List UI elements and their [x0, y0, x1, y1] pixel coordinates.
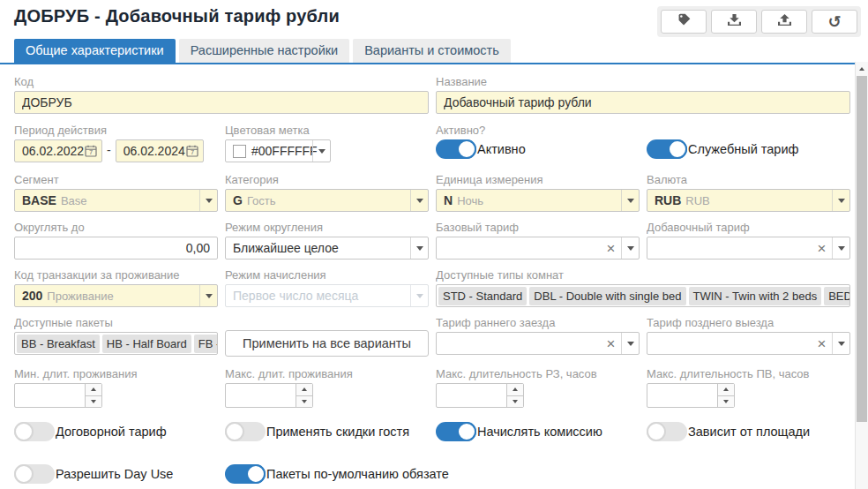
tab-general[interactable]: Общие характеристики [14, 39, 176, 63]
spinner-down-icon[interactable] [296, 396, 312, 408]
toggle-track[interactable] [225, 422, 266, 441]
spinner-down-icon[interactable] [718, 396, 734, 408]
spinner-up-icon[interactable] [718, 384, 734, 396]
download-icon [727, 13, 742, 30]
round-to-input[interactable] [14, 237, 218, 260]
contract-tariff-label: Договорной тариф [56, 425, 167, 439]
apply-all-variants-button[interactable]: Применить на все варианты [225, 330, 429, 357]
early-checkin-combo[interactable]: × [436, 332, 640, 355]
chevron-down-icon[interactable] [621, 190, 639, 211]
segment-label: Сегмент [14, 173, 218, 186]
toggle-track[interactable] [225, 464, 266, 484]
round-mode-select[interactable]: Ближайшее целое [225, 237, 429, 260]
min-stay-spinner[interactable] [14, 383, 102, 408]
page-title: ДОБРУБ - Добавочный тариф рубли [14, 6, 340, 26]
chevron-down-icon[interactable] [832, 333, 849, 354]
chevron-down-icon[interactable] [621, 237, 639, 259]
period-from-value: 06.02.2022 [22, 144, 84, 158]
scrollbar-thumb[interactable] [857, 76, 867, 422]
round-to-field: Округлять до [14, 221, 218, 260]
transaction-code-select[interactable]: 200 Проживание [14, 284, 218, 307]
max-late-hours-spinner[interactable] [647, 383, 735, 408]
area-dependent-toggle[interactable]: Зависит от площади [647, 422, 850, 441]
package-tag[interactable]: HB - Half Board [102, 335, 191, 353]
chevron-down-icon[interactable] [832, 190, 849, 211]
package-tag[interactable]: FB - [194, 335, 218, 353]
clear-icon[interactable]: × [812, 237, 832, 259]
segment-field: Сегмент BASE Base [14, 173, 218, 212]
spinner-up-icon[interactable] [296, 384, 312, 396]
toggle-knob [14, 422, 34, 441]
toggle-knob [225, 422, 244, 441]
tab-advanced[interactable]: Расширенные настройки [179, 39, 350, 63]
code-input[interactable] [14, 91, 429, 114]
toolbar: ↺ [657, 6, 861, 37]
toggle-track[interactable] [436, 139, 476, 159]
name-input[interactable] [436, 91, 850, 114]
color-swatch [233, 145, 246, 158]
contract-tariff-toggle[interactable]: Договорной тариф [14, 422, 218, 441]
tag-button[interactable] [661, 10, 707, 34]
tab-variants[interactable]: Варианты и стоимость [353, 39, 511, 63]
download-button[interactable] [711, 10, 757, 34]
active-toggle[interactable]: Активно [436, 139, 640, 159]
commission-toggle[interactable]: Начислять комиссию [436, 422, 640, 441]
max-late-hours-label: Макс. длительность ПВ, часов [647, 367, 850, 380]
day-use-toggle[interactable]: Разрешить Day Use [14, 464, 218, 484]
room-type-tag[interactable]: DBL - Double with single bed [529, 287, 685, 305]
unit-select[interactable]: N Ночь [436, 189, 640, 212]
addon-tariff-combo[interactable]: × [647, 237, 850, 260]
chevron-down-icon [410, 285, 428, 306]
svg-text:7: 7 [89, 148, 93, 156]
toggle-track[interactable] [14, 464, 55, 484]
segment-select[interactable]: BASE Base [14, 189, 218, 212]
room-type-tag[interactable]: TWIN - Twin with 2 beds [689, 287, 822, 305]
toggle-track[interactable] [436, 422, 476, 441]
spinner-down-icon[interactable] [86, 396, 101, 408]
service-tariff-toggle[interactable]: Служебный тариф [647, 139, 850, 159]
round-to-label: Округлять до [14, 221, 218, 234]
color-tag-select[interactable]: #00FFFFFF [225, 139, 331, 162]
min-stay-field: Мин. длит. проживания [14, 367, 218, 408]
clear-icon[interactable]: × [601, 333, 621, 354]
chevron-down-icon[interactable] [832, 237, 849, 259]
toggle-track[interactable] [647, 139, 687, 159]
spinner-up-icon[interactable] [86, 384, 101, 396]
late-checkout-combo[interactable]: × [647, 332, 850, 355]
toggle-track[interactable] [647, 422, 687, 441]
spinner-down-icon[interactable] [507, 396, 523, 408]
guest-discounts-label: Применять скидки гостя [266, 425, 409, 439]
period-to-input[interactable]: 06.02.2024 7 [116, 139, 204, 162]
toggle-track[interactable] [14, 422, 55, 441]
default-packages-toggle[interactable]: Пакеты по-умолчанию обязате [225, 464, 640, 484]
chevron-down-icon[interactable] [199, 190, 217, 211]
upload-button[interactable] [761, 10, 807, 34]
guest-discounts-toggle[interactable]: Применять скидки гостя [225, 422, 429, 441]
clear-icon[interactable]: × [812, 333, 832, 354]
max-early-hours-spinner[interactable] [436, 383, 524, 408]
chevron-down-icon[interactable] [410, 190, 428, 211]
room-type-tag[interactable]: BED [824, 287, 850, 305]
chevron-down-icon[interactable] [312, 140, 330, 162]
vertical-scrollbar[interactable] [855, 62, 868, 489]
min-stay-label: Мин. длит. проживания [14, 367, 218, 380]
calendar-icon: 7 [85, 145, 97, 157]
code-field: Код [14, 75, 429, 114]
scroll-up-icon[interactable] [856, 62, 868, 75]
category-select[interactable]: G Гость [225, 189, 429, 212]
clear-icon[interactable]: × [601, 237, 621, 259]
max-stay-spinner[interactable] [225, 383, 313, 408]
base-tariff-combo[interactable]: × [436, 237, 640, 260]
package-tag[interactable]: BB - Breakfast [17, 335, 100, 353]
currency-select[interactable]: RUB RUB [647, 189, 850, 212]
unit-label: Единица измерения [436, 173, 640, 186]
packages-taglist[interactable]: BB - Breakfast HB - Half Board FB - [14, 332, 218, 355]
history-button[interactable]: ↺ [812, 10, 857, 34]
spinner-up-icon[interactable] [507, 384, 523, 396]
room-type-tag[interactable]: STD - Standard [438, 287, 527, 305]
room-types-taglist[interactable]: STD - Standard DBL - Double with single … [436, 284, 850, 307]
chevron-down-icon[interactable] [621, 333, 639, 354]
chevron-down-icon[interactable] [199, 285, 217, 306]
chevron-down-icon[interactable] [410, 237, 428, 259]
period-from-input[interactable]: 06.02.2022 7 [14, 139, 102, 162]
